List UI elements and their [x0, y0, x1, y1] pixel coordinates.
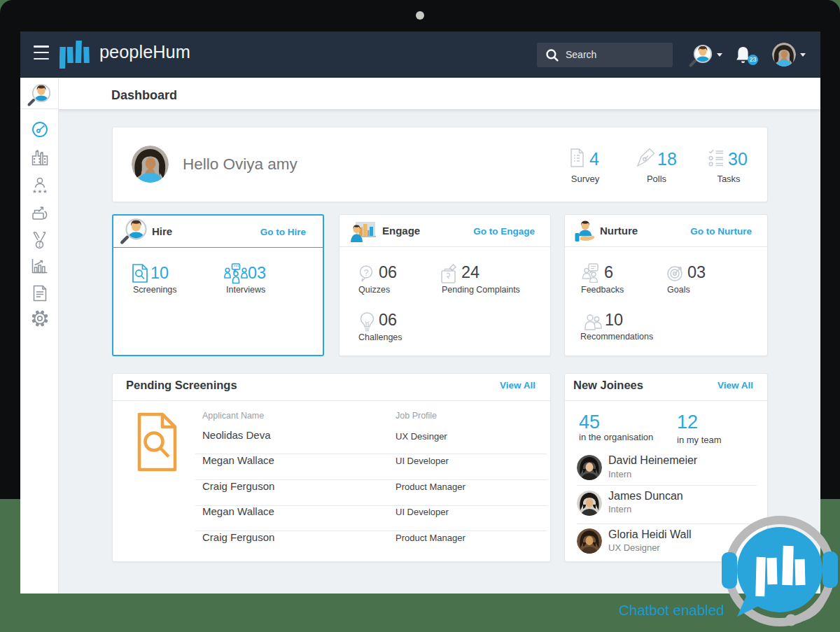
svg-text:?: ? [364, 267, 369, 278]
svg-text:★: ★ [38, 188, 43, 194]
svg-text:1: 1 [38, 242, 41, 248]
svg-text:★: ★ [43, 188, 48, 194]
svg-text:★: ★ [32, 188, 37, 194]
